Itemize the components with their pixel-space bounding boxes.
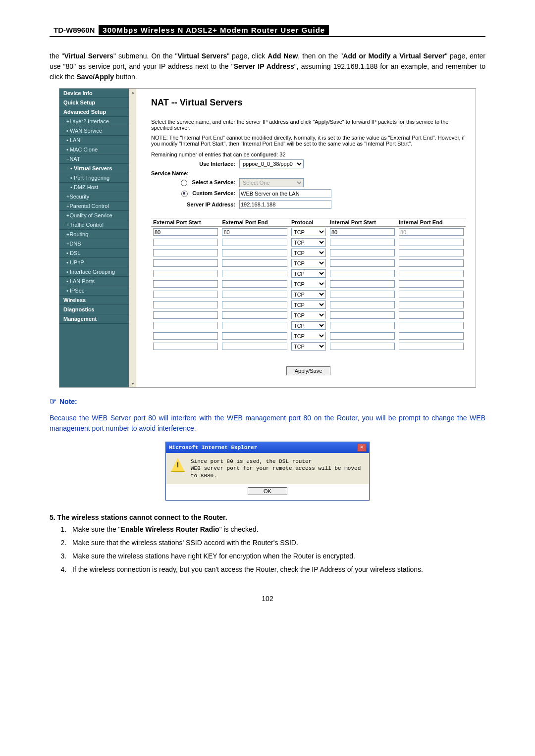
port-cell-input[interactable]	[222, 343, 287, 350]
port-cell-input[interactable]	[330, 228, 395, 236]
sidebar-item[interactable]: +Routing	[59, 230, 129, 239]
port-cell-input[interactable]	[330, 249, 395, 256]
remaining-entries: Remaining number of entries that can be …	[151, 151, 466, 157]
sidebar-item[interactable]: • Virtual Servers	[59, 164, 129, 173]
port-cell-input[interactable]	[330, 291, 395, 298]
protocol-select[interactable]: TCP	[291, 301, 326, 309]
port-cell-input[interactable]	[153, 332, 218, 340]
port-cell-input[interactable]	[222, 322, 287, 329]
sidebar-item[interactable]: Wireless	[59, 296, 129, 305]
sidebar-item[interactable]: • Port Triggering	[59, 173, 129, 183]
port-cell-input[interactable]	[222, 249, 287, 256]
protocol-select[interactable]: TCP	[291, 321, 326, 330]
sidebar-item[interactable]: • WAN Service	[59, 126, 129, 136]
panel-desc: Select the service name, and enter the s…	[151, 119, 466, 131]
port-cell-input[interactable]	[153, 239, 218, 246]
port-cell-input[interactable]	[153, 301, 218, 308]
protocol-select[interactable]: TCP	[291, 290, 326, 299]
sidebar-item[interactable]: +Parental Control	[59, 202, 129, 211]
port-cell-readonly	[399, 322, 464, 329]
server-ip-input[interactable]	[239, 200, 331, 209]
sidebar-item[interactable]: • DSL	[59, 249, 129, 258]
sidebar-item[interactable]: • LAN Ports	[59, 277, 129, 286]
sidebar-scrollbar[interactable]: ▴ ▾	[129, 89, 136, 387]
protocol-select[interactable]: TCP	[291, 342, 326, 351]
scroll-up-icon[interactable]: ▴	[132, 89, 134, 96]
ie-dialog: Microsoft Internet Explorer ✕ Since port…	[165, 442, 370, 501]
port-cell-input[interactable]	[153, 228, 218, 236]
custom-service-input[interactable]	[239, 189, 331, 198]
sidebar-item[interactable]: Device Info	[59, 89, 129, 98]
port-cell-input[interactable]	[222, 280, 287, 288]
use-interface-select[interactable]: pppoe_0_0_38/ppp0	[239, 159, 304, 168]
apply-save-button[interactable]: Apply/Save	[286, 366, 331, 375]
port-cell-input[interactable]	[330, 259, 395, 267]
sidebar-item[interactable]: −NAT	[59, 154, 129, 164]
port-cell-input[interactable]	[222, 239, 287, 246]
port-cell-readonly	[399, 270, 464, 277]
sidebar-item[interactable]: • Interface Grouping	[59, 267, 129, 277]
scroll-down-icon[interactable]: ▾	[132, 380, 134, 387]
sidebar-item[interactable]: +Quality of Service	[59, 211, 129, 220]
port-cell-input[interactable]	[222, 228, 287, 236]
sidebar-item[interactable]: +Layer2 Interface	[59, 117, 129, 126]
custom-service-radio[interactable]	[181, 191, 188, 197]
table-row: TCP	[151, 341, 466, 352]
ok-button[interactable]: OK	[248, 487, 287, 495]
port-cell-input[interactable]	[222, 259, 287, 267]
protocol-select[interactable]: TCP	[291, 249, 326, 257]
port-cell-input[interactable]	[222, 311, 287, 319]
intro-paragraph: the "Virtual Servers" submenu. On the "V…	[50, 51, 485, 82]
protocol-select[interactable]: TCP	[291, 311, 326, 319]
ie-titlebar: Microsoft Internet Explorer ✕	[166, 442, 369, 453]
port-cell-input[interactable]	[222, 270, 287, 277]
port-cell-input[interactable]	[153, 311, 218, 319]
port-cell-input[interactable]	[153, 280, 218, 288]
page-number: 102	[50, 595, 485, 603]
port-cell-input[interactable]	[153, 343, 218, 350]
sidebar-item[interactable]: +Traffic Control	[59, 220, 129, 230]
port-cell-input[interactable]	[153, 322, 218, 329]
sidebar-item[interactable]: +DNS	[59, 239, 129, 249]
port-cell-input[interactable]	[330, 270, 395, 277]
port-cell-input[interactable]	[330, 311, 395, 319]
sidebar-item[interactable]: Diagnostics	[59, 305, 129, 314]
select-service-dropdown[interactable]: Select One	[239, 178, 304, 187]
port-cell-input[interactable]	[330, 239, 395, 246]
protocol-select[interactable]: TCP	[291, 269, 326, 278]
table-header: External Port End	[220, 218, 289, 227]
port-cell-input[interactable]	[330, 322, 395, 329]
port-cell-readonly	[399, 259, 464, 267]
port-cell-input[interactable]	[153, 249, 218, 256]
port-cell-input[interactable]	[330, 301, 395, 308]
table-header: Internal Port End	[397, 218, 466, 227]
table-row: TCP	[151, 237, 466, 248]
port-cell-input[interactable]	[222, 332, 287, 340]
protocol-select[interactable]: TCP	[291, 238, 326, 247]
port-cell-readonly	[399, 301, 464, 308]
select-service-radio[interactable]	[181, 180, 187, 186]
sidebar-item[interactable]: • LAN	[59, 136, 129, 145]
port-cell-input[interactable]	[330, 332, 395, 340]
sidebar-item[interactable]: • MAC Clone	[59, 145, 129, 154]
port-cell-input[interactable]	[222, 301, 287, 308]
protocol-select[interactable]: TCP	[291, 228, 326, 236]
virtual-servers-panel: NAT -- Virtual Servers Select the servic…	[136, 89, 476, 387]
sidebar-item[interactable]: +Security	[59, 192, 129, 202]
protocol-select[interactable]: TCP	[291, 259, 326, 267]
sidebar-item[interactable]: • IPSec	[59, 286, 129, 296]
sidebar-item[interactable]: Quick Setup	[59, 98, 129, 107]
port-cell-input[interactable]	[330, 343, 395, 350]
port-cell-input[interactable]	[153, 259, 218, 267]
sidebar-item[interactable]: Management	[59, 314, 129, 324]
sidebar-item[interactable]: • DMZ Host	[59, 183, 129, 192]
port-cell-input[interactable]	[153, 291, 218, 298]
protocol-select[interactable]: TCP	[291, 280, 326, 288]
port-cell-input[interactable]	[153, 270, 218, 277]
sidebar-item[interactable]: • UPnP	[59, 258, 129, 267]
protocol-select[interactable]: TCP	[291, 332, 326, 340]
port-cell-input[interactable]	[330, 280, 395, 288]
close-icon[interactable]: ✕	[357, 444, 366, 452]
port-cell-input[interactable]	[222, 291, 287, 298]
sidebar-item[interactable]: Advanced Setup	[59, 107, 129, 117]
